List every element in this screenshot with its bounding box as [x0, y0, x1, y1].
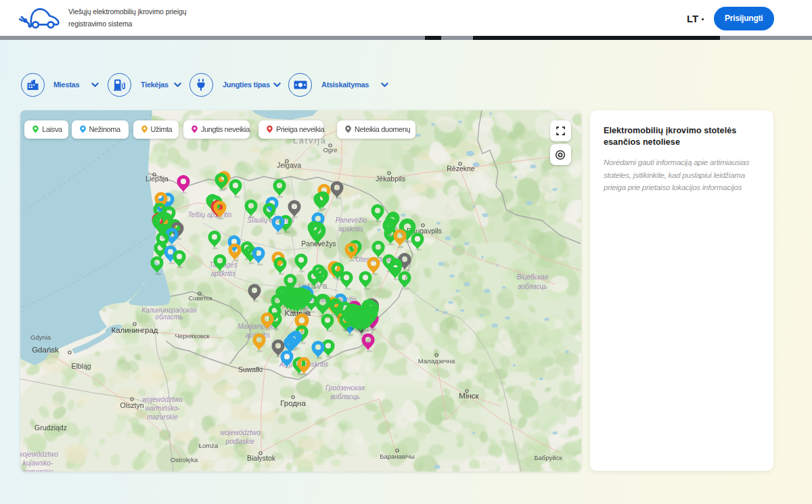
svg-text:podlaskie: podlaskie: [225, 438, 255, 445]
svg-text:kujawsko-: kujawsko-: [23, 459, 53, 467]
svg-text:Ogre: Ogre: [323, 146, 337, 154]
svg-text:Gdańsk: Gdańsk: [32, 346, 59, 354]
svg-text:Rēzekne: Rēzekne: [447, 164, 475, 173]
svg-text:Ostrołęka: Ostrołęka: [171, 456, 198, 463]
svg-text:вобласць: вобласць: [330, 393, 359, 400]
svg-text:Бабруйск: Бабруйск: [534, 454, 562, 461]
svg-text:Советск: Советск: [188, 294, 212, 302]
svg-text:Elbląg: Elbląg: [71, 362, 91, 370]
svg-text:województwo: województwo: [142, 396, 183, 403]
svg-text:Калининград: Калининград: [111, 326, 158, 334]
svg-text:область: область: [156, 313, 183, 321]
svg-text:pomorskie: pomorskie: [22, 468, 54, 472]
svg-text:Gdynia: Gdynia: [30, 334, 51, 341]
svg-text:apskritis: apskritis: [339, 225, 364, 233]
svg-text:Grudziądz: Grudziądz: [35, 423, 67, 432]
svg-text:Гродзенская: Гродзенская: [325, 384, 365, 392]
svg-text:Panevėžio: Panevėžio: [336, 216, 367, 224]
svg-text:вобласць: вобласць: [518, 283, 547, 290]
svg-text:Suwałki: Suwałki: [238, 365, 263, 373]
svg-text:Маладзечна: Маладзечна: [418, 357, 455, 365]
svg-text:Liepāja: Liepāja: [145, 175, 168, 183]
svg-text:Гродна: Гродна: [280, 399, 306, 407]
svg-text:Białystok: Białystok: [247, 454, 276, 462]
svg-text:województwo: województwo: [20, 451, 58, 458]
svg-text:warmińsko-: warmińsko-: [145, 405, 180, 412]
svg-text:województwo: województwo: [220, 429, 261, 436]
svg-text:Баранавічы: Баранавічы: [380, 453, 415, 460]
svg-text:mazurskie: mazurskie: [147, 413, 178, 421]
svg-text:Мінск: Мінск: [459, 392, 479, 400]
svg-text:Черняховск: Черняховск: [175, 332, 210, 340]
svg-text:Jelgava: Jelgava: [277, 161, 301, 169]
svg-text:Віцебская: Віцебская: [517, 273, 549, 281]
svg-text:Łomża: Łomża: [199, 442, 219, 449]
svg-text:Jēkabpils: Jēkabpils: [376, 175, 405, 183]
svg-text:Olsztyn: Olsztyn: [120, 401, 143, 409]
svg-text:Telšių apskritis: Telšių apskritis: [187, 211, 231, 219]
